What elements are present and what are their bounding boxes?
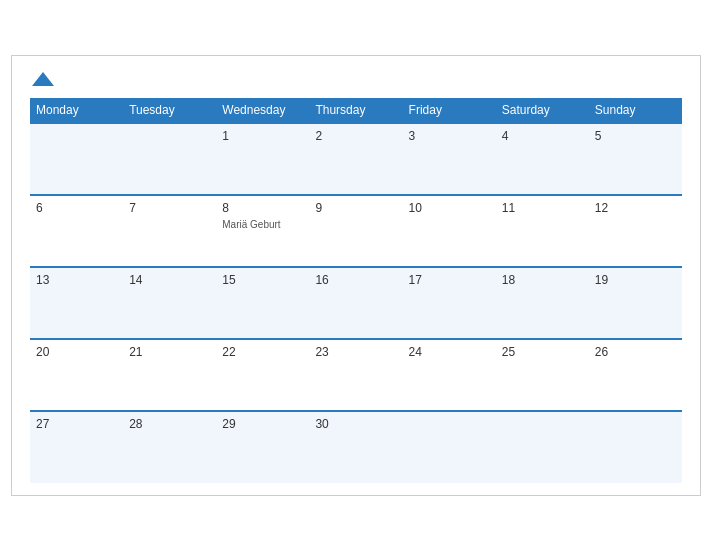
day-number: 2 bbox=[315, 129, 396, 143]
day-header-saturday: Saturday bbox=[496, 98, 589, 123]
day-header-sunday: Sunday bbox=[589, 98, 682, 123]
day-number: 28 bbox=[129, 417, 210, 431]
calendar-cell: 29 bbox=[216, 411, 309, 483]
calendar-cell: 2 bbox=[309, 123, 402, 195]
day-header-monday: Monday bbox=[30, 98, 123, 123]
day-number: 17 bbox=[409, 273, 490, 287]
calendar-cell: 20 bbox=[30, 339, 123, 411]
day-number: 7 bbox=[129, 201, 210, 215]
calendar-cell: 18 bbox=[496, 267, 589, 339]
day-number: 13 bbox=[36, 273, 117, 287]
calendar-cell bbox=[589, 411, 682, 483]
day-number: 24 bbox=[409, 345, 490, 359]
calendar-cell bbox=[30, 123, 123, 195]
day-number: 30 bbox=[315, 417, 396, 431]
day-number: 25 bbox=[502, 345, 583, 359]
calendar-cell: 16 bbox=[309, 267, 402, 339]
calendar-cell: 11 bbox=[496, 195, 589, 267]
calendar-cell: 30 bbox=[309, 411, 402, 483]
day-number: 14 bbox=[129, 273, 210, 287]
day-header-tuesday: Tuesday bbox=[123, 98, 216, 123]
day-number: 1 bbox=[222, 129, 303, 143]
day-number: 19 bbox=[595, 273, 676, 287]
day-number: 18 bbox=[502, 273, 583, 287]
calendar-cell bbox=[496, 411, 589, 483]
day-number: 21 bbox=[129, 345, 210, 359]
day-number: 3 bbox=[409, 129, 490, 143]
calendar-cell: 4 bbox=[496, 123, 589, 195]
calendar-cell: 13 bbox=[30, 267, 123, 339]
day-header-friday: Friday bbox=[403, 98, 496, 123]
days-header-row: MondayTuesdayWednesdayThursdayFridaySatu… bbox=[30, 98, 682, 123]
day-header-thursday: Thursday bbox=[309, 98, 402, 123]
day-number: 22 bbox=[222, 345, 303, 359]
calendar-cell: 10 bbox=[403, 195, 496, 267]
calendar-cell: 1 bbox=[216, 123, 309, 195]
day-number: 5 bbox=[595, 129, 676, 143]
week-row-1: 12345 bbox=[30, 123, 682, 195]
day-number: 29 bbox=[222, 417, 303, 431]
calendar-cell: 5 bbox=[589, 123, 682, 195]
calendar-cell: 17 bbox=[403, 267, 496, 339]
calendar-cell: 22 bbox=[216, 339, 309, 411]
week-row-4: 20212223242526 bbox=[30, 339, 682, 411]
calendar-cell: 24 bbox=[403, 339, 496, 411]
calendar-cell: 19 bbox=[589, 267, 682, 339]
day-number: 20 bbox=[36, 345, 117, 359]
day-header-wednesday: Wednesday bbox=[216, 98, 309, 123]
day-number: 9 bbox=[315, 201, 396, 215]
calendar-grid: MondayTuesdayWednesdayThursdayFridaySatu… bbox=[30, 98, 682, 483]
day-number: 27 bbox=[36, 417, 117, 431]
calendar-cell: 9 bbox=[309, 195, 402, 267]
calendar-cell: 12 bbox=[589, 195, 682, 267]
day-number: 26 bbox=[595, 345, 676, 359]
day-number: 12 bbox=[595, 201, 676, 215]
calendar-container: MondayTuesdayWednesdayThursdayFridaySatu… bbox=[11, 55, 701, 496]
calendar-cell: 23 bbox=[309, 339, 402, 411]
calendar-cell: 7 bbox=[123, 195, 216, 267]
day-number: 15 bbox=[222, 273, 303, 287]
calendar-cell: 26 bbox=[589, 339, 682, 411]
week-row-5: 27282930 bbox=[30, 411, 682, 483]
logo bbox=[30, 72, 54, 86]
day-number: 11 bbox=[502, 201, 583, 215]
day-number: 23 bbox=[315, 345, 396, 359]
calendar-cell: 14 bbox=[123, 267, 216, 339]
day-number: 4 bbox=[502, 129, 583, 143]
calendar-header bbox=[30, 72, 682, 86]
svg-marker-0 bbox=[32, 72, 54, 86]
calendar-cell: 3 bbox=[403, 123, 496, 195]
calendar-cell: 28 bbox=[123, 411, 216, 483]
calendar-cell: 8Mariä Geburt bbox=[216, 195, 309, 267]
calendar-cell: 25 bbox=[496, 339, 589, 411]
week-row-3: 13141516171819 bbox=[30, 267, 682, 339]
day-number: 6 bbox=[36, 201, 117, 215]
calendar-cell bbox=[403, 411, 496, 483]
day-number: 10 bbox=[409, 201, 490, 215]
calendar-cell: 15 bbox=[216, 267, 309, 339]
day-number: 16 bbox=[315, 273, 396, 287]
calendar-cell bbox=[123, 123, 216, 195]
calendar-cell: 21 bbox=[123, 339, 216, 411]
week-row-2: 678Mariä Geburt9101112 bbox=[30, 195, 682, 267]
event-text: Mariä Geburt bbox=[222, 219, 280, 230]
day-number: 8 bbox=[222, 201, 303, 215]
calendar-cell: 27 bbox=[30, 411, 123, 483]
calendar-cell: 6 bbox=[30, 195, 123, 267]
logo-flag-icon bbox=[32, 72, 54, 86]
